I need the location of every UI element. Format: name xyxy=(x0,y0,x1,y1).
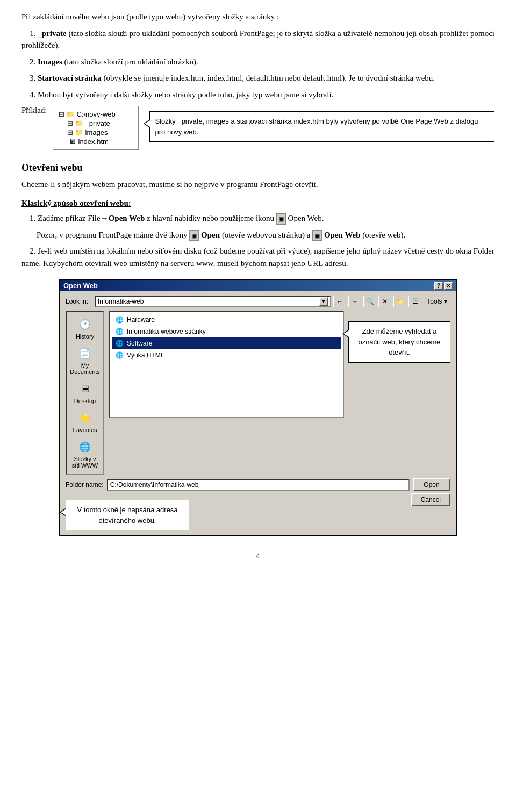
dialog-titlebar: Open Web ? ✕ xyxy=(60,280,456,291)
filelist-callout: Zde můžeme vyhledat a označit web, který… xyxy=(348,321,450,363)
footer-row: Folder name: C:\Dokumenty\Informatika-we… xyxy=(66,478,450,491)
desktop-label: Desktop xyxy=(74,398,96,404)
history-label: History xyxy=(76,333,94,340)
main-content-area: 🕐 History 📄 My Documents 🖥 Desktop ⭐ Fav… xyxy=(66,311,450,475)
dialog-sidebar: 🕐 History 📄 My Documents 🖥 Desktop ⭐ Fav… xyxy=(66,311,104,475)
open-web-section: Otevření webu Chceme-li s nějakým webem … xyxy=(22,161,494,269)
folder-icon-hardware: 🌐 xyxy=(114,315,125,325)
sidebar-favorites[interactable]: ⭐ Favorites xyxy=(69,408,101,435)
tree-private: ⊞ 📁 _private xyxy=(59,119,133,127)
open-item1: 1. Zadáme příkaz File→Open Web z hlavní … xyxy=(22,212,494,225)
mydocuments-label: My Documents xyxy=(70,362,100,375)
tree-images: ⊞ 📁 images xyxy=(59,128,133,136)
lookin-arrow[interactable]: ▼ xyxy=(319,297,328,306)
example-row: Příklad: ⊟ 📁 C:\nový-web ⊞ 📁 _private ⊞ … xyxy=(22,106,494,150)
sidebar-history[interactable]: 🕐 History xyxy=(69,315,101,342)
intro-item3: 3. Startovací stránka (obvykle se jmenuj… xyxy=(22,72,494,84)
mydocuments-icon: 📄 xyxy=(76,346,94,361)
open-button[interactable]: Open xyxy=(413,478,450,491)
example-label: Příklad: xyxy=(22,106,47,115)
filelist-item-informatika[interactable]: 🌐 Informatika-webové stránky xyxy=(112,326,341,337)
filelist[interactable]: 🌐 Hardware 🌐 Informatika-webové stránky … xyxy=(109,311,344,418)
favorites-icon: ⭐ xyxy=(76,411,94,426)
newfolder-button[interactable]: 📁 xyxy=(393,296,406,307)
titlebar-buttons: ? ✕ xyxy=(434,282,453,290)
dialog-body: Look in: Informatika-web ▼ ← → 🔍 ✕ 📁 ☰ T… xyxy=(60,291,456,535)
open-item1b: Pozor, v programu FrontPage máme dvě iko… xyxy=(22,229,494,241)
footer-callout-wrapper: V tomto okně je napsána adresa otevírané… xyxy=(66,500,189,530)
tree-root: ⊟ 📁 C:\nový-web xyxy=(59,110,133,118)
filelist-item-vyuka[interactable]: 🌐 Výuka HTML xyxy=(112,349,341,361)
help-button[interactable]: ? xyxy=(434,282,443,290)
folder-icon-software: 🌐 xyxy=(114,339,125,348)
sidebar-mydocuments[interactable]: 📄 My Documents xyxy=(69,344,101,377)
network-label: Složky v síti WWW xyxy=(71,456,99,469)
tree-callout: Složky _private, images a startovací str… xyxy=(149,111,495,142)
back-button[interactable]: ← xyxy=(333,296,346,307)
dialog-title: Open Web xyxy=(63,282,98,290)
tree-index: 🖹 index.htm xyxy=(59,138,133,146)
folder-name-label: Folder name: xyxy=(66,481,104,488)
intro-para1: Při zakládání nového webu jsou (podle ty… xyxy=(22,11,494,23)
footer-callout-area: V tomto okně je napsána adresa otevírané… xyxy=(66,493,408,530)
filelist-item-label: Software xyxy=(127,340,152,347)
lookin-combobox[interactable]: Informatika-web ▼ xyxy=(95,296,331,307)
filelist-item-label: Hardware xyxy=(127,316,155,324)
tools-button[interactable]: Tools ▾ xyxy=(424,296,450,307)
filelist-item-hardware[interactable]: 🌐 Hardware xyxy=(112,314,341,326)
views-button[interactable]: ☰ xyxy=(408,296,421,307)
folder-icon-informatika: 🌐 xyxy=(114,327,125,336)
cancel-row: V tomto okně je napsána adresa otevírané… xyxy=(66,493,450,530)
intro-item4: 4. Mohou být vytvořeny i další složky ne… xyxy=(22,89,494,101)
close-button[interactable]: ✕ xyxy=(444,282,453,290)
folder-icon-vyuka: 🌐 xyxy=(114,350,125,360)
filelist-callout-wrapper: Zde můžeme vyhledat a označit web, který… xyxy=(348,321,450,363)
filelist-item-label: Výuka HTML xyxy=(127,351,164,359)
cancel-button[interactable]: Cancel xyxy=(411,493,450,506)
intro-block: Při zakládání nového webu jsou (podle ty… xyxy=(22,11,494,100)
delete-button[interactable]: ✕ xyxy=(378,296,391,307)
favorites-label: Favorites xyxy=(73,427,97,433)
open-web-para: Chceme-li s nějakým webem pracovat, musí… xyxy=(22,178,494,191)
forward-button[interactable]: → xyxy=(348,296,361,307)
network-icon: 🌐 xyxy=(76,440,94,455)
open-icon-inline2: ▣ xyxy=(189,230,199,241)
section-title-open: Otevření webu xyxy=(22,161,494,175)
intro-item1: 1. _private (tato složka slouží pro uklá… xyxy=(22,27,494,52)
callout-container: Složky _private, images a startovací str… xyxy=(149,111,495,142)
open-icon-inline1: ▣ xyxy=(276,213,286,225)
search-button[interactable]: 🔍 xyxy=(363,296,376,307)
sidebar-desktop[interactable]: 🖥 Desktop xyxy=(69,379,101,406)
lookin-label: Look in: xyxy=(66,298,92,305)
desktop-icon: 🖥 xyxy=(76,382,94,397)
history-icon: 🕐 xyxy=(76,317,94,332)
open-item2: 2. Je-li web umístěn na lokálním nebo sí… xyxy=(22,245,494,269)
intro-item2: 2. Images (tato složka slouží pro ukládá… xyxy=(22,56,494,68)
footer-callout: V tomto okně je napsána adresa otevírané… xyxy=(66,500,189,530)
open-icon-inline3: ▣ xyxy=(312,230,322,241)
lookin-row: Look in: Informatika-web ▼ ← → 🔍 ✕ 📁 ☰ T… xyxy=(66,296,450,307)
page-number: 4 xyxy=(22,552,494,561)
filelist-item-software[interactable]: 🌐 Software xyxy=(112,337,341,349)
filelist-item-label: Informatika-webové stránky xyxy=(127,328,206,335)
open-web-dialog: Open Web ? ✕ Look in: Informatika-web ▼ … xyxy=(59,279,457,536)
sidebar-network[interactable]: 🌐 Složky v síti WWW xyxy=(69,437,101,471)
folder-name-input[interactable]: C:\Dokumenty\Informatika-web xyxy=(107,479,410,491)
subsection-title-classic: Klasický způsob otevření webu: xyxy=(22,197,494,210)
folder-tree: ⊟ 📁 C:\nový-web ⊞ 📁 _private ⊞ 📁 images … xyxy=(53,106,139,150)
